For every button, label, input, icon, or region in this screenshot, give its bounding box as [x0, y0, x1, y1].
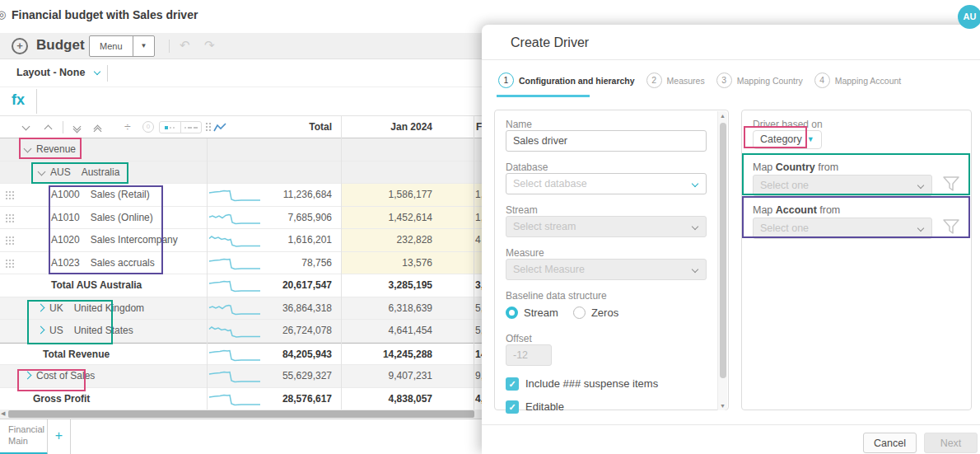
offset-input[interactable]: [506, 344, 552, 366]
step-mapping-country[interactable]: 3 Mapping Country: [716, 73, 803, 88]
gridline: [474, 116, 474, 410]
user-avatar[interactable]: AU: [958, 5, 980, 29]
collapse-row-icon[interactable]: [22, 123, 30, 131]
panel-scrollbar[interactable]: ▲ ▼: [717, 111, 727, 410]
column-header-total[interactable]: Total: [207, 121, 332, 133]
cell-total[interactable]: 1,616,201: [207, 229, 332, 252]
row-name: Gross Profit: [33, 393, 90, 405]
divider: [169, 40, 170, 53]
next-button[interactable]: Next: [924, 433, 978, 453]
redo-icon[interactable]: ↷: [204, 38, 215, 53]
radio-zeros[interactable]: [573, 307, 586, 319]
cell-total[interactable]: 28,576,617: [207, 388, 332, 411]
cell-total[interactable]: 78,756: [207, 252, 332, 275]
cell-jan[interactable]: 232,828: [341, 229, 432, 252]
row-name: Total AUS Australia: [51, 279, 142, 291]
annotation-box-revenue: [19, 138, 82, 159]
suspense-checkbox[interactable]: ✓: [506, 377, 519, 391]
scrollbar-thumb[interactable]: [8, 410, 474, 418]
chevron-down-icon: [692, 180, 698, 187]
stream-select[interactable]: Select stream: [506, 216, 707, 237]
scrollbar-thumb[interactable]: [720, 123, 726, 378]
menu-split-button[interactable]: Menu ▼: [89, 35, 155, 57]
cell-jan[interactable]: 1,586,177: [341, 184, 432, 207]
active-step-underline: [497, 95, 590, 97]
radio-stream[interactable]: [506, 307, 518, 319]
cancel-button[interactable]: Cancel: [863, 433, 917, 453]
editable-label: Editable: [525, 400, 564, 413]
drag-handle-icon[interactable]: [5, 236, 14, 246]
cell-total[interactable]: 20,617,547: [207, 274, 332, 297]
cell-jan[interactable]: 6,318,639: [341, 297, 432, 321]
row-label[interactable]: Total AUS Australia: [51, 274, 142, 297]
display-mode-toggle[interactable]: [159, 121, 202, 133]
chevron-down-icon: [94, 68, 100, 75]
configuration-panel: Name Database Select database Stream Sel…: [494, 110, 729, 410]
chevron-down-icon: ▼: [807, 131, 814, 148]
scroll-up-icon[interactable]: ▲: [720, 113, 726, 119]
step-number: 1: [498, 73, 514, 88]
dash-mode-icon[interactable]: [180, 122, 202, 133]
divider: [36, 89, 37, 114]
row-label[interactable]: Total Revenue: [43, 344, 110, 367]
cell-jan[interactable]: 9,407,231: [341, 365, 432, 388]
menu-caret-icon[interactable]: ▼: [133, 36, 155, 56]
step-configuration[interactable]: 1 Configuration and hierarchy: [498, 73, 635, 88]
cell-jan[interactable]: 3,285,195: [341, 274, 432, 297]
measure-label: Measure: [506, 247, 544, 259]
cell-total[interactable]: 84,205,943: [207, 344, 332, 367]
cell-jan[interactable]: 4,641,454: [341, 320, 432, 343]
drag-handle-icon[interactable]: [5, 190, 14, 200]
measure-select[interactable]: Select Measure: [506, 259, 707, 280]
capsule-icon: ◎: [0, 8, 6, 21]
step-number: 2: [646, 73, 662, 88]
menu-button-label[interactable]: Menu: [90, 41, 133, 51]
database-select[interactable]: Select database: [506, 173, 707, 194]
radio-zeros-label: Zeros: [591, 307, 618, 319]
annotation-box-aus: [31, 162, 128, 184]
page-title: ◎ Financial budget with Sales driver: [12, 8, 198, 21]
suspense-label: Include ### suspense items: [525, 377, 658, 390]
cell-jan[interactable]: 13,576: [341, 252, 432, 275]
fx-icon[interactable]: fx: [12, 91, 25, 109]
expand-row-icon[interactable]: [44, 125, 53, 133]
name-input[interactable]: [506, 130, 707, 152]
collapse-all-icon[interactable]: [74, 124, 80, 132]
step-measures[interactable]: 2 Measures: [646, 73, 705, 88]
cell-total[interactable]: 36,864,318: [207, 297, 332, 321]
cell-jan[interactable]: 1,452,614: [341, 207, 432, 230]
cell-total[interactable]: 26,724,078: [207, 320, 332, 343]
editable-checkbox-row[interactable]: ✓Editable: [506, 399, 564, 414]
step-mapping-account[interactable]: 4 Mapping Account: [814, 73, 902, 88]
drag-handle-icon[interactable]: [5, 259, 14, 269]
tab-financial-main[interactable]: Financial Main: [0, 419, 48, 454]
add-sheet-button[interactable]: +: [48, 419, 71, 454]
cell-total[interactable]: 55,629,327: [207, 365, 332, 388]
step-number: 3: [716, 73, 732, 88]
dots-mode-icon[interactable]: [160, 122, 180, 133]
editable-checkbox[interactable]: ✓: [506, 400, 519, 414]
scroll-down-icon[interactable]: ▼: [720, 403, 726, 409]
cell-total[interactable]: 11,236,684: [207, 184, 332, 207]
scroll-left-icon[interactable]: ◀: [1, 410, 5, 417]
dialog-title: Create Driver: [511, 35, 589, 50]
suspense-checkbox-row[interactable]: ✓Include ### suspense items: [506, 376, 658, 391]
cell-total[interactable]: 7,685,906: [207, 207, 332, 230]
column-header-jan[interactable]: Jan 2024: [341, 121, 432, 133]
annotation-box-cost-of-sales: [17, 369, 86, 391]
undo-icon[interactable]: ↶: [180, 38, 190, 53]
annotation-box-map-country: [742, 153, 970, 195]
split-rows-icon[interactable]: ÷: [124, 120, 131, 133]
cell-jan[interactable]: 14,245,288: [341, 344, 432, 367]
cell-jan[interactable]: 4,838,057: [341, 388, 432, 411]
drag-handle-icon[interactable]: [5, 213, 14, 223]
disabled-circle-icon[interactable]: 0: [142, 121, 154, 133]
name-label: Name: [506, 119, 532, 130]
layout-selector[interactable]: Layout - None: [16, 67, 100, 78]
divider: [63, 121, 63, 133]
tab-label-line1: Financial: [8, 424, 47, 435]
expand-all-icon[interactable]: [95, 126, 100, 134]
annotation-box-category: [744, 126, 807, 148]
baseline-label: Baseline data structure: [506, 290, 607, 302]
step-number: 4: [814, 73, 830, 88]
